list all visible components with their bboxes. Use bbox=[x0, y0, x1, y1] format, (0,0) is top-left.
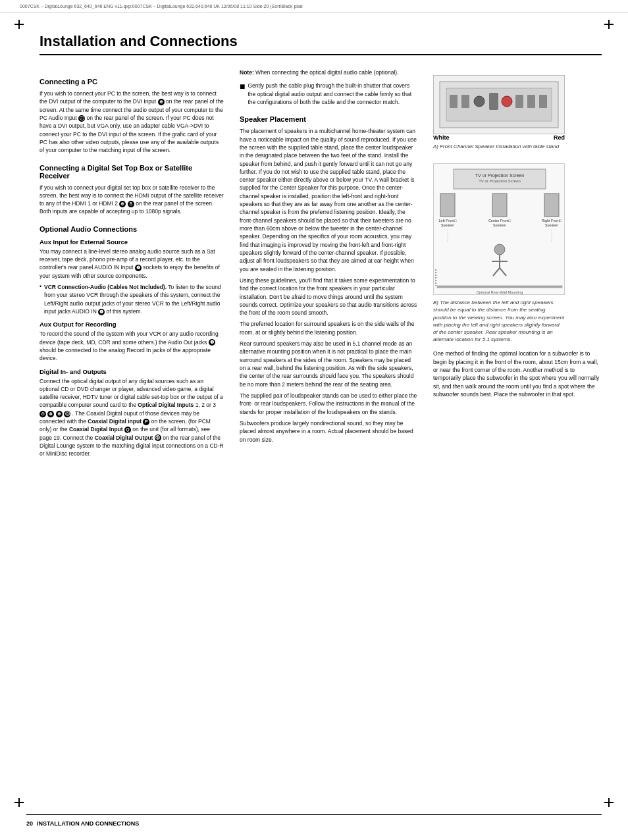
aux-output-title: Aux Output for Recording bbox=[39, 321, 224, 328]
speaker-diagram-container: TV or Projection Screen TV or Projection… bbox=[433, 163, 602, 350]
vcr-bullet: • VCR Connection-Audio (Cables Not Inclu… bbox=[39, 283, 224, 315]
page-footer: 20 INSTALLATION AND CONNECTIONS bbox=[26, 820, 139, 827]
red-label: Red bbox=[554, 134, 565, 141]
speaker-diagram: TV or Projection Screen TV or Projection… bbox=[433, 163, 565, 295]
coaxial-icon: P bbox=[143, 419, 149, 425]
speaker-placement-body4: Rear surround speakers may also be used … bbox=[240, 340, 417, 388]
svg-rect-16 bbox=[492, 194, 507, 217]
page-content: Installation and Connections Connecting … bbox=[0, 13, 628, 485]
svg-text:Speaker: Speaker bbox=[545, 223, 559, 227]
footer-text: INSTALLATION AND CONNECTIONS bbox=[37, 820, 139, 827]
reg-mark-top-right bbox=[604, 20, 614, 29]
hdmi-icon: ⊕ bbox=[119, 201, 126, 207]
main-columns: Connecting a PC If you wish to connect y… bbox=[39, 68, 602, 458]
svg-rect-8 bbox=[527, 95, 535, 108]
svg-text:Left Front□: Left Front□ bbox=[439, 219, 458, 223]
hdmi2-icon: S bbox=[128, 201, 134, 207]
reg-mark-bottom-right bbox=[604, 798, 614, 807]
svg-text:TV or Projection Screen: TV or Projection Screen bbox=[479, 179, 521, 183]
header-text: 0007CSK – DigitalLounge 632_640_646 ENG … bbox=[20, 4, 303, 9]
aux-input-title: Aux Input for External Source bbox=[39, 238, 224, 246]
digital-io-body: Connect the optical digital output of an… bbox=[39, 377, 224, 458]
optional-audio-title: Optional Audio Connections bbox=[39, 225, 224, 233]
connecting-digital-title: Connecting a Digital Set Top Box or Sate… bbox=[39, 164, 224, 180]
aux-output-body: To record the sound of the system with y… bbox=[39, 330, 224, 362]
svg-rect-5 bbox=[489, 93, 498, 110]
subwoofer-body: One method of finding the optimal locati… bbox=[433, 350, 602, 398]
speaker-placement-body3: The preferred location for surround spea… bbox=[240, 320, 417, 336]
audio-in-icon: ❼ bbox=[135, 265, 142, 271]
svg-text:No more than 2m: No more than 2m bbox=[434, 254, 434, 280]
speaker-placement-body6: Subwoofers produce largely nondirectiona… bbox=[240, 419, 417, 444]
note-bullet: ■ Gently push the cable plug through the… bbox=[240, 82, 417, 106]
vcr-icon: ❼ bbox=[98, 309, 105, 315]
digital-io-title: Digital In- and Outputs bbox=[39, 368, 224, 375]
white-label: White bbox=[433, 134, 450, 141]
svg-rect-29 bbox=[437, 286, 562, 288]
connecting-pc-title: Connecting a PC bbox=[39, 78, 224, 86]
svg-text:Speaker: Speaker bbox=[493, 223, 507, 227]
connector-svg bbox=[436, 78, 562, 131]
reg-mark-bottom-left bbox=[14, 798, 24, 807]
optical2-icon: ⊗ bbox=[47, 411, 54, 417]
svg-line-26 bbox=[500, 268, 506, 276]
svg-rect-9 bbox=[539, 95, 547, 108]
speaker-placement-body2: Using these guidelines, you'll find that… bbox=[240, 276, 417, 317]
svg-rect-2 bbox=[450, 95, 458, 108]
reg-mark-top-left bbox=[14, 20, 24, 29]
audio-out-icon: ❶ bbox=[209, 339, 215, 346]
svg-text:Right Front□: Right Front□ bbox=[542, 219, 562, 223]
optical4-icon: ⓪ bbox=[64, 411, 70, 417]
caption-a: A) Front Channel Speaker Installation wi… bbox=[433, 143, 559, 150]
svg-text:Speaker: Speaker bbox=[441, 223, 455, 227]
svg-rect-3 bbox=[461, 95, 469, 108]
page-title: Installation and Connections bbox=[39, 33, 602, 55]
dvi-icon: ⊕ bbox=[158, 99, 165, 105]
caption-b: B) The distance between the left and rig… bbox=[433, 299, 565, 343]
svg-rect-13 bbox=[440, 194, 455, 217]
svg-rect-19 bbox=[544, 194, 559, 217]
speaker-placement-title: Speaker Placement bbox=[240, 115, 417, 123]
speaker-placement-body: The placement of speakers in a multichan… bbox=[240, 127, 417, 273]
coaxial3-icon: ⑮ bbox=[155, 434, 161, 441]
connector-image bbox=[433, 75, 565, 134]
svg-point-22 bbox=[494, 244, 505, 255]
speaker-diagram-svg: TV or Projection Screen TV or Projection… bbox=[434, 164, 565, 296]
page-header: 0007CSK – DigitalLounge 632_640_646 ENG … bbox=[0, 0, 628, 13]
svg-line-25 bbox=[493, 268, 500, 276]
optical3-icon: ⊕ bbox=[56, 411, 63, 417]
footer-line bbox=[26, 814, 602, 815]
aux-input-body: You may connect a line-level stereo anal… bbox=[39, 248, 224, 280]
connector-image-container: White Red A) Front Channel Speaker Insta… bbox=[433, 75, 602, 157]
svg-rect-7 bbox=[515, 95, 523, 108]
coaxial2-icon: Q bbox=[124, 427, 131, 433]
connecting-digital-body: If you wish to connect your digital set … bbox=[39, 184, 224, 216]
middle-column: Note: When connecting the optical digita… bbox=[240, 68, 417, 458]
speaker-placement-body5: The supplied pair of loudspeaker stands … bbox=[240, 392, 417, 416]
left-column: Connecting a PC If you wish to connect y… bbox=[39, 68, 224, 458]
right-column: White Red A) Front Channel Speaker Insta… bbox=[433, 68, 602, 458]
svg-point-4 bbox=[474, 96, 484, 107]
white-red-labels: White Red bbox=[433, 134, 565, 141]
svg-text:Optional Rear-Wall Mounting: Optional Rear-Wall Mounting bbox=[477, 290, 523, 294]
optical1-icon: ⊙ bbox=[39, 411, 46, 417]
svg-text:TV or Projection Screen: TV or Projection Screen bbox=[475, 173, 524, 178]
svg-text:Center Front□: Center Front□ bbox=[488, 219, 511, 223]
svg-point-6 bbox=[502, 96, 512, 107]
connecting-pc-body: If you wish to connect your PC to the sc… bbox=[39, 90, 224, 155]
audio-icon: ⓘ bbox=[78, 115, 85, 122]
page-number: 20 bbox=[26, 820, 33, 827]
note-section: Note: When connecting the optical digita… bbox=[240, 68, 417, 76]
